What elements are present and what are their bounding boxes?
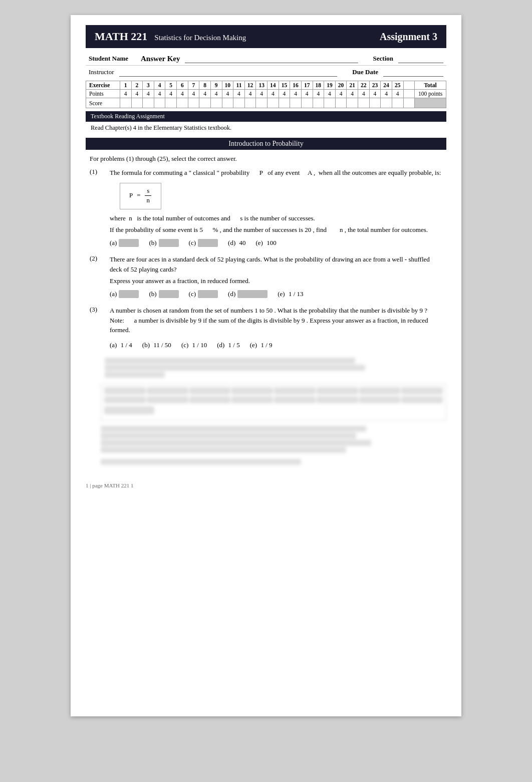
problem-2: (2) There are four aces in a standard de…: [90, 254, 442, 299]
problem-2-text2: Express your answer as a fraction, in re…: [110, 276, 442, 286]
choice-2b: (b): [149, 289, 178, 299]
choice-3a: (a) 1 / 4: [110, 340, 132, 350]
choice-3d: (d) 1 / 5: [217, 340, 240, 350]
problem-1: (1) The formula for commuting a " classi…: [90, 168, 442, 247]
problem-2-text: There are four aces in a standard deck o…: [110, 254, 442, 274]
problems-section: For problems (1) through (25), select th…: [86, 155, 446, 350]
blurred-section: [86, 357, 446, 467]
student-name-label: Student Name: [89, 55, 134, 63]
instructor-line: [119, 68, 338, 77]
choice-3e: (e) 1 / 9: [250, 340, 273, 350]
problem-2-choices: (a) (b) (c) (d): [110, 289, 442, 299]
problem-3-body: A number is chosen at random from the se…: [110, 306, 442, 350]
due-date-label: Due Date: [352, 68, 378, 76]
course-title: Statistics for Decision Making: [154, 34, 246, 42]
problem-1-num: (1): [90, 168, 105, 247]
page-footer-text: 1 | page MATH 221 1: [86, 482, 133, 488]
answer-key-value: Answer Key: [141, 55, 180, 63]
formula-eq: =: [137, 190, 140, 200]
due-date-line: [383, 68, 443, 77]
choice-1d: (d) 40: [228, 238, 245, 248]
section-label: Section: [373, 55, 393, 63]
course-code: MATH 221: [95, 30, 147, 43]
problem-2-body: There are four aces in a standard deck o…: [110, 254, 442, 299]
formula-fraction: s n: [145, 186, 152, 205]
formula-denom: n: [145, 196, 152, 205]
choice-1e: (e) 100: [255, 238, 276, 248]
problem-1-where: where n is the total number of outcomes …: [110, 213, 442, 223]
problem-1-body: The formula for commuting a " classical …: [110, 168, 442, 247]
instructor-row: Instructor Due Date: [86, 66, 446, 79]
choice-1b: (b): [149, 238, 178, 248]
choice-1a: (a): [110, 238, 139, 248]
exercise-table: Exercise 1 2 3 4 5 6 7 8 9 10 11 12 13 1…: [86, 81, 446, 108]
choice-2d: (d): [228, 289, 268, 299]
problem-1-text: The formula for commuting a " classical …: [110, 168, 442, 178]
page: MATH 221 Statistics for Decision Making …: [71, 15, 461, 716]
choice-3c: (c) 1 / 10: [181, 340, 207, 350]
problem-1-follow: If the probability of some event is 5 % …: [110, 225, 442, 235]
page-footer: 1 | page MATH 221 1: [86, 482, 446, 488]
section-line: [398, 54, 443, 63]
reading-text: Read Chapter(s) 4 in the Elementary Stat…: [86, 123, 446, 135]
header-box: MATH 221 Statistics for Decision Making …: [86, 25, 446, 48]
choice-3b: (b) 11 / 50: [142, 340, 171, 350]
exercise-header: Exercise: [86, 81, 120, 90]
formula-lhs: P: [129, 190, 133, 200]
choice-1c: (c): [189, 238, 218, 248]
problem-1-choices: (a) (b) (c) (d) 40: [110, 238, 442, 248]
problem-3-choices: (a) 1 / 4 (b) 11 / 50 (c) 1 / 10 (d) 1 /…: [110, 340, 442, 350]
problem-2-num: (2): [90, 254, 105, 299]
problem-3-text: A number is chosen at random from the se…: [110, 306, 442, 335]
formula-numer: s: [145, 186, 151, 196]
problem-3-num: (3): [90, 306, 105, 350]
problems-intro: For problems (1) through (25), select th…: [90, 155, 442, 163]
choice-2c: (c): [189, 289, 218, 299]
student-name-line: [185, 54, 358, 63]
score-label: Score: [86, 98, 120, 108]
formula-line: P = s n: [129, 186, 152, 205]
formula-box: P = s n: [120, 183, 161, 209]
assignment-label: Assignment 3: [380, 31, 437, 43]
problem-3: (3) A number is chosen at random from th…: [90, 306, 442, 350]
choice-2a: (a): [110, 289, 139, 299]
points-label: Points: [86, 90, 120, 98]
instructor-label: Instructor: [89, 68, 114, 76]
choice-2e: (e) 1 / 13: [278, 289, 303, 299]
student-info-row: Student Name Answer Key Section: [86, 52, 446, 66]
section-title-header: Introduction to Probability: [86, 138, 446, 150]
reading-header: Textbook Reading Assignment: [86, 111, 446, 122]
header-left: MATH 221 Statistics for Decision Making: [95, 30, 246, 43]
